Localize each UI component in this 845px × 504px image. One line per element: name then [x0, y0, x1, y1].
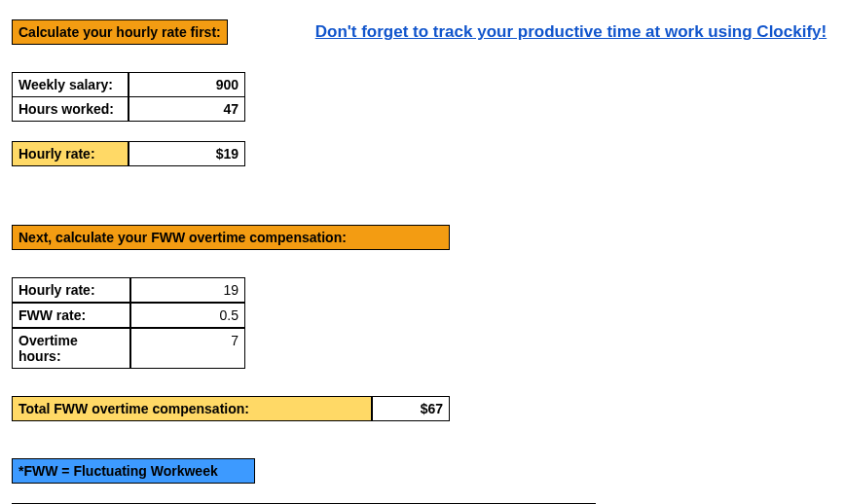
total-fww-value: $67 — [372, 396, 450, 421]
header-row: Calculate your hourly rate first: Don't … — [12, 19, 833, 45]
section2-title: Next, calculate your FWW overtime compen… — [12, 225, 450, 250]
fww-rate-label: FWW rate: — [12, 303, 130, 328]
total-fww-row: Total FWW overtime compensation: $67 — [12, 396, 833, 421]
hourly-rate-result-row: Hourly rate: $19 — [12, 141, 833, 166]
weekly-salary-row: Weekly salary: 900 — [12, 72, 833, 97]
hours-worked-value[interactable]: 47 — [129, 97, 245, 122]
hourly-rate-input-row: Hourly rate: 19 — [12, 277, 833, 303]
hourly-rate-value: $19 — [129, 141, 245, 166]
weekly-salary-value[interactable]: 900 — [129, 72, 245, 97]
hourly-rate2-label: Hourly rate: — [12, 277, 130, 303]
hours-worked-label: Hours worked: — [12, 97, 129, 122]
weekly-salary-label: Weekly salary: — [12, 72, 129, 97]
hours-worked-row: Hours worked: 47 — [12, 97, 833, 122]
clockify-promo-link[interactable]: Don't forget to track your productive ti… — [315, 22, 827, 42]
total-fww-label: Total FWW overtime compensation: — [12, 396, 372, 421]
hourly-rate2-value[interactable]: 19 — [130, 277, 245, 303]
hourly-rate-label: Hourly rate: — [12, 141, 129, 166]
overtime-hours-value[interactable]: 7 — [130, 328, 245, 369]
fww-rate-value[interactable]: 0.5 — [130, 303, 245, 328]
overtime-hours-row: Overtime hours: 7 — [12, 328, 833, 369]
section1-title: Calculate your hourly rate first: — [12, 19, 228, 45]
fww-rate-row: FWW rate: 0.5 — [12, 303, 833, 328]
overtime-hours-label: Overtime hours: — [12, 328, 130, 369]
fww-definition-note: *FWW = Fluctuating Workweek — [12, 458, 255, 484]
